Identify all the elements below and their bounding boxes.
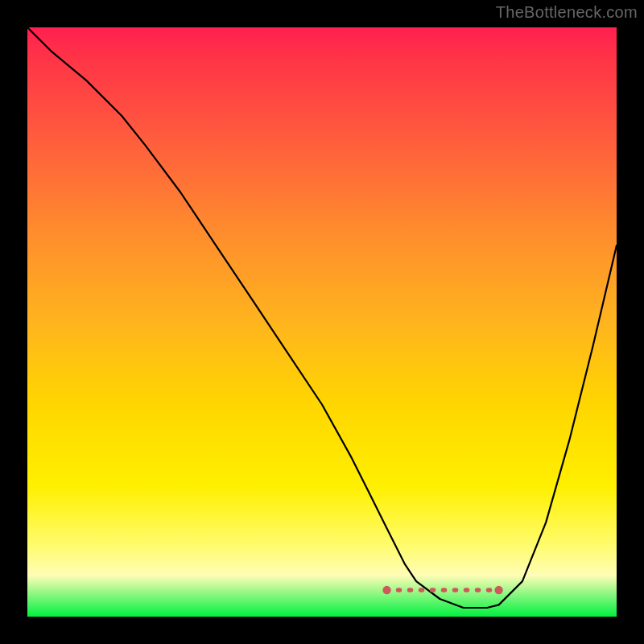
curve-svg <box>27 27 617 617</box>
plot-area <box>27 27 617 617</box>
svg-point-1 <box>494 586 502 594</box>
svg-point-0 <box>382 586 390 594</box>
chart-container: TheBottleneck.com <box>0 0 644 644</box>
attribution-label: TheBottleneck.com <box>496 3 638 22</box>
curve-line <box>27 27 617 608</box>
